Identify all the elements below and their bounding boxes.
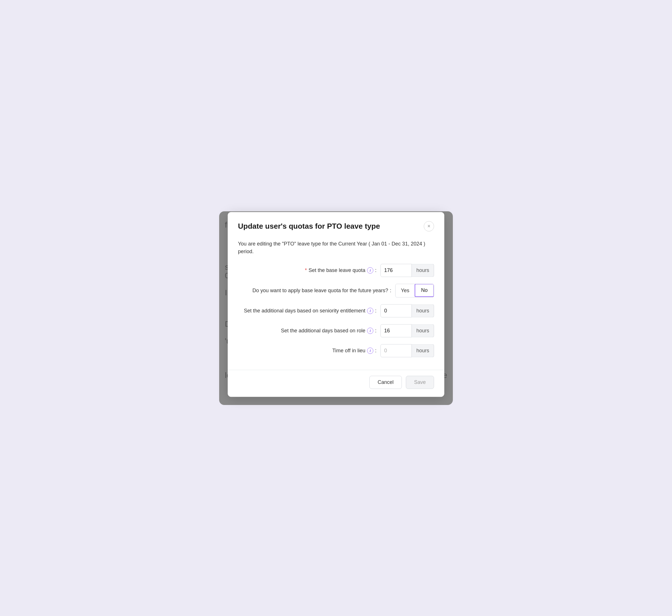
toil-input-group: hours	[381, 344, 434, 357]
toil-info-icon[interactable]: i	[367, 347, 373, 354]
colon5: :	[375, 348, 377, 354]
toil-label-text: Time off in lieu	[332, 348, 366, 354]
modal-body: You are editing the "PTO" leave type for…	[228, 237, 444, 370]
apply-future-label-text: Do you want to apply base leave quota fo…	[252, 288, 388, 294]
no-button[interactable]: No	[415, 284, 434, 297]
page-wrapper: fil si 04 ID D 'ue lot se Update user's …	[0, 0, 672, 616]
role-input[interactable]	[381, 324, 412, 337]
save-button[interactable]: Save	[406, 376, 434, 389]
apply-future-row: Do you want to apply base leave quota fo…	[238, 284, 434, 297]
close-icon: ×	[428, 223, 431, 229]
cancel-button[interactable]: Cancel	[369, 376, 402, 389]
role-unit: hours	[412, 324, 434, 337]
base-quota-row: * Set the base leave quota i : hours	[238, 264, 434, 277]
role-label-text: Set the additional days based on role	[281, 328, 366, 334]
colon: :	[375, 267, 377, 273]
role-info-icon[interactable]: i	[367, 328, 373, 334]
base-quota-info-icon[interactable]: i	[367, 267, 373, 273]
apply-future-label: Do you want to apply base leave quota fo…	[238, 288, 391, 294]
required-star: *	[305, 267, 307, 273]
toil-input[interactable]	[381, 344, 412, 357]
seniority-input[interactable]	[381, 304, 412, 317]
seniority-label: Set the additional days based on seniori…	[238, 308, 377, 314]
colon3: :	[375, 308, 377, 314]
toil-label: Time off in lieu i :	[238, 347, 377, 354]
seniority-label-text: Set the additional days based on seniori…	[244, 308, 366, 314]
base-quota-label: * Set the base leave quota i :	[238, 267, 377, 273]
modal-dialog: Update user's quotas for PTO leave type …	[228, 212, 444, 397]
role-label: Set the additional days based on role i …	[238, 328, 377, 334]
seniority-unit: hours	[412, 304, 434, 317]
base-quota-input[interactable]	[381, 264, 412, 277]
yes-button[interactable]: Yes	[396, 284, 415, 297]
seniority-row: Set the additional days based on seniori…	[238, 304, 434, 317]
base-quota-unit: hours	[412, 264, 434, 277]
colon4: :	[375, 328, 377, 334]
seniority-input-group: hours	[381, 304, 434, 317]
description-text: You are editing the "PTO" leave type for…	[238, 240, 434, 255]
base-quota-input-group: hours	[381, 264, 434, 277]
toil-row: Time off in lieu i : hours	[238, 344, 434, 357]
toil-unit: hours	[412, 344, 434, 357]
yes-no-toggle: Yes No	[395, 284, 434, 297]
base-quota-label-text: Set the base leave quota	[308, 267, 366, 273]
modal-header: Update user's quotas for PTO leave type …	[228, 212, 444, 237]
seniority-info-icon[interactable]: i	[367, 308, 373, 314]
role-row: Set the additional days based on role i …	[238, 324, 434, 337]
close-button[interactable]: ×	[424, 221, 434, 231]
modal-title: Update user's quotas for PTO leave type	[238, 222, 380, 231]
colon2: :	[390, 288, 391, 294]
role-input-group: hours	[381, 324, 434, 337]
modal-footer: Cancel Save	[228, 370, 444, 397]
